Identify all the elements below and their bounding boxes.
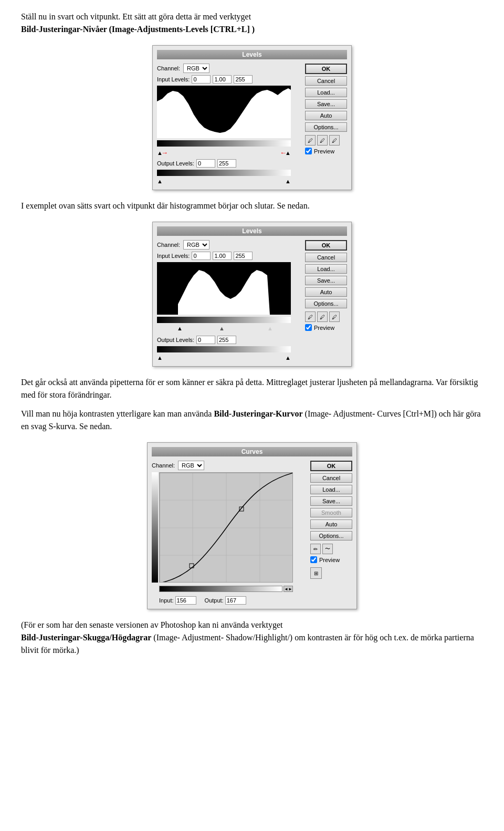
arrows-row-1: ▲ → ← ▲ [157,149,291,157]
input-levels-field-1-1[interactable] [213,75,232,84]
output-levels-field-0-2[interactable] [196,336,215,344]
curves-dialog: Curves Channel: RGB [21,442,483,609]
footer-text2: (Image- Adjustment- Shadow/Highlight/) [153,633,292,642]
options-button-1[interactable]: Options... [305,122,347,132]
auto-button-2[interactable]: Auto [305,287,347,297]
input-levels-field-1-2[interactable] [213,252,232,260]
icon-row-3: ✏ 〜 [310,544,352,554]
curves-output-row: Output: [205,596,246,605]
input-levels-field-0-1[interactable] [192,75,211,84]
preview-checkbox-1[interactable] [305,148,312,154]
eyedropper-black-icon-1[interactable]: 🖊 [305,135,316,146]
dialog-title-1: Levels [157,50,347,59]
load-button-2[interactable]: Load... [305,264,347,274]
input-levels-field-2-2[interactable] [234,252,253,260]
output-gradient-1 [157,170,291,176]
intro-text: Ställ nu in svart och vitpunkt. Ett sätt… [21,12,251,21]
save-button-3[interactable]: Save... [310,496,352,506]
curves-output-field[interactable] [225,596,246,605]
ok-button-2[interactable]: OK [305,240,347,251]
cancel-button-3[interactable]: Cancel [310,473,352,483]
channel-row-3: Channel: RGB [152,461,306,470]
levels-dialog-1: Levels Channel: RGB Input Levels: [21,45,483,190]
svg-marker-1 [178,270,270,315]
dialog-title-2: Levels [157,226,347,236]
eyedropper-gray-icon-1[interactable]: 🖊 [317,135,328,146]
channel-row-2: Channel: RGB [157,240,301,250]
arrow-black-2: ▲ [177,325,183,331]
input-levels-row-1: Input Levels: [157,75,301,84]
preview-checkbox-2[interactable] [305,324,312,331]
dialog-left-1: Channel: RGB Input Levels: [157,64,301,185]
eyedropper-gray-icon-2[interactable]: 🖊 [317,311,328,322]
input-gradient-2 [157,317,291,323]
pencil-icon-3[interactable]: ✏ [310,544,321,554]
curves-gradient-h [159,586,282,592]
eyedropper-white-icon-2[interactable]: 🖊 [329,311,340,322]
output-arrow-black-2: ▲ [157,355,163,361]
curves-svg [160,473,293,583]
dialog-body-1: Channel: RGB Input Levels: [157,64,347,185]
curves-grid-container [159,472,293,583]
channel-label-1: Channel: [157,65,180,71]
svg-marker-0 [157,88,291,138]
histogram-svg-2 [157,262,291,315]
save-button-2[interactable]: Save... [305,276,347,285]
curves-gradient-control[interactable]: ◄► [284,586,293,592]
curves-output-label: Output: [205,597,224,604]
auto-button-3[interactable]: Auto [310,520,352,529]
caption3-bold1: Bild-Justeringar-Kurvor [214,409,302,418]
input-levels-label-1: Input Levels: [157,76,190,82]
dialog-right-1: OK Cancel Load... Save... Auto Options..… [305,64,347,185]
eyedropper-white-icon-1[interactable]: 🖊 [329,135,340,146]
histogram-2 [157,262,291,315]
input-levels-row-2: Input Levels: [157,252,301,260]
load-button-3[interactable]: Load... [310,485,352,494]
load-button-1[interactable]: Load... [305,88,347,97]
output-levels-row-2: Output Levels: [157,336,301,344]
curves-input-field[interactable] [175,596,196,605]
arrow-white-1: ▲ [285,150,291,156]
output-levels-field-1-2[interactable] [217,336,236,344]
histogram-svg-1 [157,86,291,138]
caption-1: I exemplet ovan sätts svart och vitpunkt… [21,200,483,212]
preview-row-2: Preview [305,324,347,331]
options-button-3[interactable]: Options... [310,531,352,541]
output-levels-row-1: Output Levels: [157,159,301,168]
curves-gradient-v [152,472,158,583]
auto-button-1[interactable]: Auto [305,111,347,120]
smooth-button-3[interactable]: Smooth [310,508,352,517]
output-arrow-black-1: ▲ [157,178,163,184]
dialog-left-3: Channel: RGB [152,461,306,605]
intro-bold: Bild-Justeringar-Nivåer (Image-Adjustmen… [21,25,255,34]
output-levels-field-1-1[interactable] [217,159,236,168]
curves-io-row: Input: Output: [159,596,306,605]
input-levels-field-0-2[interactable] [192,252,211,260]
channel-label-2: Channel: [157,242,180,248]
input-levels-label-2: Input Levels: [157,253,190,259]
channel-select-1[interactable]: RGB [183,64,209,73]
options-button-2[interactable]: Options... [305,299,347,308]
curves-extra-icon[interactable]: ⊞ [310,567,322,579]
output-arrow-white-2: ▲ [285,355,291,361]
curve-icon-3[interactable]: 〜 [322,544,333,554]
channel-select-2[interactable]: RGB [183,240,209,250]
cancel-button-2[interactable]: Cancel [305,253,347,262]
save-button-1[interactable]: Save... [305,99,347,109]
dialog-right-3: OK Cancel Load... Save... Smooth Auto Op… [310,461,352,605]
dialog-body-3: Channel: RGB [152,461,352,605]
icon-row-1: 🖊 🖊 🖊 [305,135,347,146]
curves-bottom-icon: ⊞ [310,567,352,579]
preview-label-1: Preview [314,148,334,154]
footer-text1: (För er som har den senaste versionen av… [21,620,283,629]
icon-row-2: 🖊 🖊 🖊 [305,311,347,322]
channel-select-3[interactable]: RGB [178,461,204,470]
ok-button-3[interactable]: OK [310,461,352,471]
input-levels-field-2-1[interactable] [234,75,253,84]
preview-checkbox-3[interactable] [310,556,317,563]
output-levels-field-0-1[interactable] [196,159,215,168]
cancel-button-1[interactable]: Cancel [305,76,347,86]
footer-bold1: Bild-Justeringar-Skugga/Högdagrar [21,633,151,642]
eyedropper-black-icon-2[interactable]: 🖊 [305,311,316,322]
ok-button-1[interactable]: OK [305,64,347,74]
